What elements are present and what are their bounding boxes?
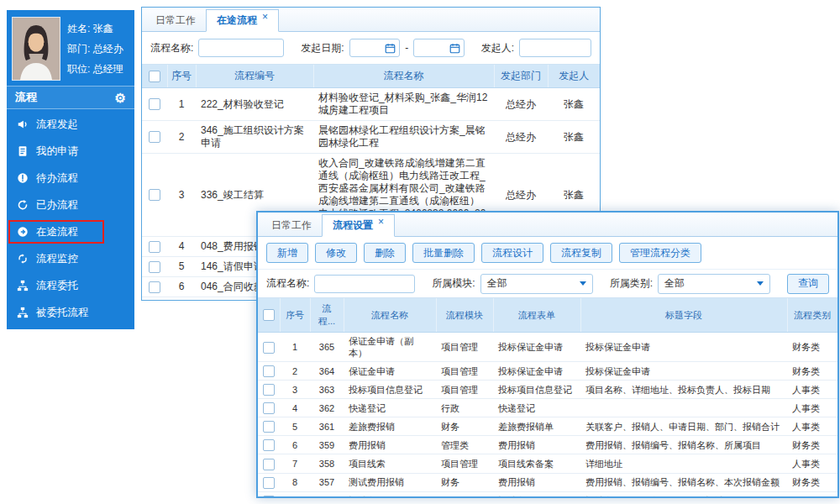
col-header-user: 发起人 [548,65,600,88]
row-checkbox[interactable] [263,459,275,470]
row-checkbox[interactable] [149,281,160,293]
cell-no: 7 [280,454,310,473]
org-chart-icon [17,280,29,291]
close-icon[interactable]: × [262,7,268,28]
sidebar-menu: 流程发起 我的申请 待办流程 已办流程 [7,109,134,326]
manage-category-button[interactable]: 管理流程分类 [619,243,701,263]
cell-form: 投标项目信息登记 [493,381,580,399]
row-checkbox[interactable] [263,421,275,433]
close-icon[interactable]: × [378,212,384,233]
delete-button[interactable]: 删除 [364,243,406,263]
row-checkbox[interactable] [149,241,160,253]
cell-code: 346_施工组织设计方案申请 [196,121,313,154]
calendar-icon [449,43,460,54]
cell-name: 保证金申请 [344,362,436,381]
row-checkbox[interactable] [149,98,160,110]
calendar-icon [385,43,396,54]
table-row[interactable]: 7 358 项目线索 项目管理 项目线索备案 详细地址 人事类 [258,454,837,473]
table-header-row: 序号 流程编号 流程名称 发起部门 发起人 [142,65,600,88]
select-all-checkbox[interactable] [263,309,275,321]
cell-title-fields: 详细地址 [580,454,787,473]
date-to-input[interactable] [413,39,464,57]
sidebar-item-process-delegate[interactable]: 流程委托 [7,272,134,299]
tab-daily-work[interactable]: 日常工作 [261,215,322,236]
col-header-no: 序号 [167,65,196,88]
process-design-button[interactable]: 流程设计 [481,243,543,263]
cell-form: 差旅费报销单 [493,417,580,436]
table-row[interactable]: 9 356 设计审查 项目管理 设计审查 设计审查、项目名称、专业、设计人、制单… [258,491,837,498]
cell-code: 363 [310,381,344,399]
row-checkbox[interactable] [263,477,275,489]
row-checkbox[interactable] [263,342,275,354]
sidebar-item-completed-processes[interactable]: 已办流程 [7,192,134,218]
cell-no: 2 [167,121,196,154]
cell-code: 359 [310,436,344,454]
row-checkbox[interactable] [263,439,275,451]
cell-code: 358 [310,454,344,473]
sidebar-item-in-transit-processes[interactable]: 在途流程 [7,218,134,245]
category-select[interactable]: 全部 [658,274,770,294]
cell-no: 8 [280,473,310,491]
table-row[interactable]: 8 357 测试费用报销 财务 费用报销 费用报销、报销编号、报销名称、本次报销… [258,473,837,491]
row-checkbox[interactable] [263,496,275,498]
table-row[interactable]: 5 361 差旅费报销 财务 差旅费报销单 关联客户、报销人、申请日期、部门、报… [258,417,837,436]
cell-code: 365 [310,333,344,362]
cell-module: 行政 [436,399,493,417]
col-header-module: 流程模块 [436,298,493,333]
cell-name: 材料验收登记_材料采购_张鑫_华润12城房建工程项目 [313,88,494,121]
tab-daily-work[interactable]: 日常工作 [145,10,206,31]
row-checkbox[interactable] [263,402,275,414]
cell-category: 财务类 [787,333,837,362]
table-row[interactable]: 1 365 保证金申请（副本） 项目管理 投标保证金申请 投标保证金申请 财务类 [258,333,837,362]
col-header-code: 流程编号 [196,65,313,88]
edit-button[interactable]: 修改 [315,243,357,263]
batch-delete-button[interactable]: 批量删除 [412,243,475,263]
table-row[interactable]: 2 364 保证金申请 项目管理 投标保证金申请 投标保证金申请 财务类 [258,362,837,381]
module-label: 所属模块: [432,276,475,291]
sidebar-item-my-applications[interactable]: 我的申请 [7,138,134,165]
col-header-title-fields: 标题字段 [580,298,787,333]
table-row[interactable]: 4 362 快递登记 行政 快递登记 人事类 [258,399,837,417]
row-checkbox[interactable] [263,365,275,377]
cell-no: 5 [280,417,310,436]
process-copy-button[interactable]: 流程复制 [550,243,612,263]
col-header-name: 流程名称 [313,65,494,88]
table-row[interactable]: 2 346_施工组织设计方案申请 晨铭园林绿化工程组织设计方案_晨铭园林绿化工程… [142,121,600,154]
process-name-input[interactable] [314,275,415,293]
cell-no: 1 [280,333,310,362]
sidebar-item-pending-processes[interactable]: 待办流程 [7,165,134,192]
cell-no: 3 [167,154,196,237]
sidebar-item-label: 被委托流程 [36,306,89,320]
cell-code: 362 [310,399,344,417]
select-all-checkbox[interactable] [149,71,160,82]
start-date-label: 发起日期: [301,41,344,55]
cell-user: 张鑫 [548,121,600,154]
table-row[interactable]: 3 363 投标项目信息登记 项目管理 投标项目信息登记 项目名称、详细地址、投… [258,381,837,399]
sidebar-item-delegated-to-me[interactable]: 被委托流程 [7,299,134,326]
tab-in-transit[interactable]: 在途流程 × [206,9,279,32]
query-button[interactable]: 查询 [787,274,829,294]
sidebar-item-process-initiate[interactable]: 流程发起 [7,111,134,138]
org-chart-icon [17,307,29,318]
initiator-input[interactable] [519,39,591,57]
add-button[interactable]: 新增 [266,243,308,263]
row-checkbox[interactable] [149,189,160,201]
module-select[interactable]: 全部 [480,274,593,294]
cell-dept: 总经办 [494,121,548,154]
date-separator: - [405,42,408,54]
process-name-input[interactable] [198,39,284,57]
row-checkbox[interactable] [149,131,160,143]
cell-module: 财务 [436,417,493,436]
date-from-input[interactable] [349,39,400,57]
sidebar: 姓名: 张鑫 部门: 总经办 职位: 总经理 流程 ⚙ 流程发起 我的申请 [7,10,134,329]
avatar [12,17,60,81]
sidebar-item-label: 流程委托 [36,279,78,293]
table-row[interactable]: 1 222_材料验收登记 材料验收登记_材料采购_张鑫_华润12城房建工程项目 … [142,88,600,121]
row-checkbox[interactable] [263,384,275,396]
table-row[interactable]: 6 359 费用报销 管理类 费用报销 费用报销、报销编号、报销名称、所属项目 … [258,436,837,454]
cell-name: 项目线索 [344,454,436,473]
sidebar-item-process-monitor[interactable]: 流程监控 [7,245,134,272]
gear-icon[interactable]: ⚙ [115,92,126,104]
tab-process-settings[interactable]: 流程设置 × [322,214,395,237]
row-checkbox[interactable] [149,261,160,273]
